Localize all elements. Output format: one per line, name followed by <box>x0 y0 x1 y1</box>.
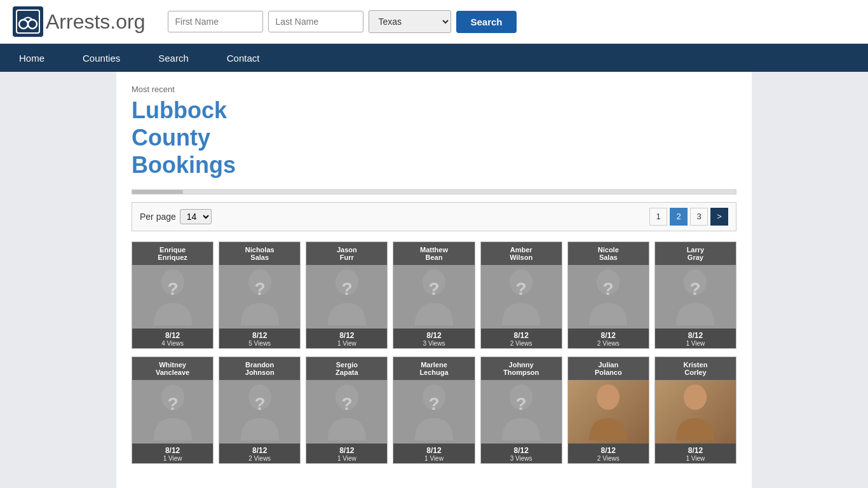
card-2-4[interactable]: JohnnyThompson ? 8/12 3 Views <box>480 356 562 464</box>
nav-item-contact[interactable]: Contact <box>208 44 279 72</box>
card-name: AmberWilson <box>481 242 562 265</box>
page-heading: Most recent Lubbock County Bookings <box>132 85 736 179</box>
card-footer: 8/12 2 Views <box>568 444 649 463</box>
logo-arrests: Arrests <box>46 10 110 33</box>
card-footer: 8/12 1 View <box>393 444 474 463</box>
card-1-5[interactable]: NicoleSalas ? 8/12 2 Views <box>567 241 649 349</box>
card-name: KristenCorley <box>655 357 736 380</box>
svg-text:?: ? <box>516 394 527 414</box>
card-2-0[interactable]: WhitneyVancleave ? 8/12 1 View <box>132 356 214 464</box>
logo-org: .org <box>110 10 145 33</box>
card-views: 2 Views <box>571 455 646 462</box>
card-name: NicholasSalas <box>219 242 300 265</box>
card-2-6[interactable]: KristenCorley 8/12 1 View <box>654 356 736 464</box>
card-2-1[interactable]: BrandonJohnson ? 8/12 2 Views <box>219 356 301 464</box>
svg-text:?: ? <box>167 279 178 299</box>
scroll-hint <box>132 189 736 194</box>
svg-text:?: ? <box>690 279 701 299</box>
card-name: EnriqueEnriquez <box>132 242 213 265</box>
scroll-thumb <box>132 190 183 194</box>
title-line3: Bookings <box>132 152 236 178</box>
card-views: 2 Views <box>484 340 559 347</box>
search-form: Texas California Florida New York Search <box>168 10 516 33</box>
card-2-2[interactable]: SergioZapata ? 8/12 1 View <box>306 356 388 464</box>
first-name-input[interactable] <box>168 11 263 32</box>
pagination: 1 2 3 > <box>649 208 728 226</box>
main-nav: Home Counties Search Contact <box>0 44 868 72</box>
card-footer: 8/12 1 View <box>655 329 736 348</box>
card-footer: 8/12 3 Views <box>481 444 562 463</box>
card-date: 8/12 <box>396 331 471 340</box>
card-views: 3 Views <box>396 340 471 347</box>
card-1-6[interactable]: LarryGray ? 8/12 1 View <box>654 241 736 349</box>
state-select[interactable]: Texas California Florida New York <box>369 10 451 33</box>
card-views: 5 Views <box>222 340 297 347</box>
card-views: 1 View <box>658 455 733 462</box>
title-line2: County <box>132 125 210 151</box>
nav-item-counties[interactable]: Counties <box>64 44 139 72</box>
card-date: 8/12 <box>309 446 384 455</box>
card-views: 1 View <box>309 340 384 347</box>
card-name: LarryGray <box>655 242 736 265</box>
page-1[interactable]: 1 <box>649 208 667 226</box>
cards-row-1: EnriqueEnriquez ? 8/12 4 Views NicholasS… <box>132 241 736 349</box>
card-footer: 8/12 1 View <box>306 329 387 348</box>
nav-item-home[interactable]: Home <box>0 44 64 72</box>
per-page-area: Per page 10 14 20 50 <box>140 209 212 224</box>
page-3[interactable]: 3 <box>690 208 708 226</box>
svg-text:?: ? <box>428 394 439 414</box>
header: Arrests.org Texas California Florida New… <box>0 0 868 44</box>
page-next[interactable]: > <box>710 208 728 226</box>
last-name-input[interactable] <box>268 11 363 32</box>
logo[interactable]: Arrests.org <box>13 6 145 37</box>
page-2[interactable]: 2 <box>670 208 688 226</box>
card-name: MarleneLechuga <box>393 357 474 380</box>
card-1-4[interactable]: AmberWilson ? 8/12 2 Views <box>480 241 562 349</box>
card-date: 8/12 <box>571 446 646 455</box>
card-date: 8/12 <box>484 331 559 340</box>
card-1-0[interactable]: EnriqueEnriquez ? 8/12 4 Views <box>132 241 214 349</box>
svg-text:?: ? <box>516 279 527 299</box>
svg-text:?: ? <box>428 279 439 299</box>
page-title: Lubbock County Bookings <box>132 97 736 179</box>
svg-point-29 <box>597 384 620 410</box>
svg-text:?: ? <box>254 394 265 414</box>
card-name: JasonFurr <box>306 242 387 265</box>
per-page-label: Per page <box>140 212 176 222</box>
card-date: 8/12 <box>222 331 297 340</box>
card-views: 1 View <box>309 455 384 462</box>
card-date: 8/12 <box>571 331 646 340</box>
most-recent-label: Most recent <box>132 85 736 94</box>
card-footer: 8/12 5 Views <box>219 329 300 348</box>
card-views: 2 Views <box>571 340 646 347</box>
cards-row-2: WhitneyVancleave ? 8/12 1 View BrandonJo… <box>132 356 736 464</box>
card-date: 8/12 <box>658 446 733 455</box>
card-date: 8/12 <box>658 331 733 340</box>
card-1-2[interactable]: JasonFurr ? 8/12 1 View <box>306 241 388 349</box>
card-date: 8/12 <box>484 446 559 455</box>
card-views: 4 Views <box>135 340 210 347</box>
per-page-select[interactable]: 10 14 20 50 <box>180 209 212 224</box>
card-date: 8/12 <box>135 331 210 340</box>
card-views: 2 Views <box>222 455 297 462</box>
card-1-1[interactable]: NicholasSalas ? 8/12 5 Views <box>219 241 301 349</box>
card-footer: 8/12 2 Views <box>568 329 649 348</box>
card-footer: 8/12 1 View <box>306 444 387 463</box>
card-footer: 8/12 1 View <box>132 444 213 463</box>
card-footer: 8/12 2 Views <box>219 444 300 463</box>
list-controls: Per page 10 14 20 50 1 2 3 > <box>132 202 736 231</box>
card-date: 8/12 <box>222 446 297 455</box>
nav-item-search[interactable]: Search <box>139 44 208 72</box>
card-2-3[interactable]: MarleneLechuga ? 8/12 1 View <box>393 356 475 464</box>
card-1-3[interactable]: MatthewBean ? 8/12 3 Views <box>393 241 475 349</box>
card-2-5[interactable]: JulianPolanco 8/12 2 Views <box>567 356 649 464</box>
card-name: MatthewBean <box>393 242 474 265</box>
header-search-button[interactable]: Search <box>456 11 516 33</box>
main-wrapper: Most recent Lubbock County Bookings Per … <box>0 72 868 488</box>
svg-text:?: ? <box>167 394 178 414</box>
card-views: 1 View <box>658 340 733 347</box>
content-area: Most recent Lubbock County Bookings Per … <box>116 72 752 488</box>
card-name: SergioZapata <box>306 357 387 380</box>
card-footer: 8/12 4 Views <box>132 329 213 348</box>
card-name: BrandonJohnson <box>219 357 300 380</box>
